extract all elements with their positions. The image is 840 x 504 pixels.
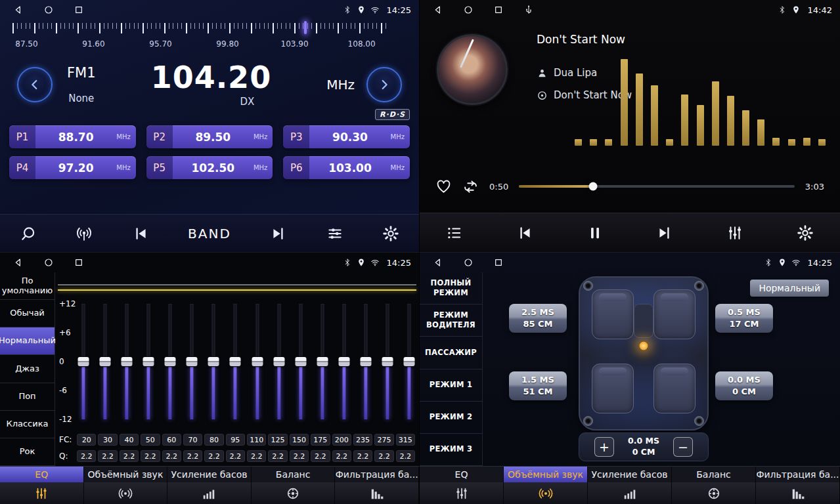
repeat-icon[interactable] — [462, 178, 479, 195]
filter-icon[interactable] — [756, 482, 840, 504]
nav-recents-icon[interactable] — [74, 5, 84, 15]
previous-icon[interactable] — [132, 225, 149, 242]
preset-P3[interactable]: P3 90.30 MHz — [283, 125, 410, 148]
eq-band-slider[interactable] — [77, 304, 89, 419]
eq-preset-item[interactable]: Рок — [0, 438, 55, 466]
slider-handle[interactable] — [403, 357, 414, 366]
delay-increase-button[interactable]: + — [594, 437, 614, 457]
slider-handle[interactable] — [382, 357, 393, 366]
slider-handle[interactable] — [122, 357, 133, 366]
slider-handle[interactable] — [230, 357, 241, 366]
delay-front-right[interactable]: 0.5 MS 17 CM — [715, 304, 773, 333]
slider-handle[interactable] — [295, 357, 306, 366]
eq-sliders-icon[interactable] — [0, 482, 84, 504]
seat-front-right[interactable] — [653, 289, 696, 339]
nav-back-icon[interactable] — [13, 5, 24, 15]
tune-down-button[interactable] — [17, 67, 53, 102]
listening-mode-item[interactable]: ПОЛНЫЙ РЕЖИМ — [420, 272, 482, 304]
eq-band-slider[interactable] — [403, 304, 415, 419]
nav-back-icon[interactable] — [433, 5, 443, 15]
listening-mode-item[interactable]: РЕЖИМ 3 — [420, 434, 482, 466]
eq-band-slider[interactable] — [121, 304, 133, 419]
eq-sliders-icon[interactable] — [420, 482, 504, 504]
nav-home-icon[interactable] — [463, 5, 474, 15]
preset-P6[interactable]: P6 103.00 MHz — [283, 156, 410, 179]
eq-sliders-icon[interactable] — [726, 224, 743, 242]
slider-handle[interactable] — [360, 357, 371, 366]
filter-icon[interactable] — [335, 482, 419, 504]
eq-band-slider[interactable] — [143, 304, 154, 419]
eq-band-slider[interactable] — [273, 304, 285, 419]
tab-surround-sound[interactable]: Объёмный звук — [84, 467, 168, 482]
bass-boost-icon[interactable] — [588, 482, 672, 504]
playlist-icon[interactable] — [446, 224, 463, 242]
preset-P4[interactable]: P4 97.20 MHz — [9, 156, 136, 179]
surround-sound-icon[interactable] — [84, 482, 168, 504]
listening-mode-item[interactable]: РЕЖИМ ВОДИТЕЛЯ — [420, 304, 482, 337]
delay-front-left[interactable]: 2.5 MS 85 CM — [509, 304, 567, 333]
eq-preset-item[interactable]: По умолчанию — [0, 272, 55, 300]
eq-band-slider[interactable] — [99, 304, 111, 419]
tab-balance[interactable]: Баланс — [252, 467, 336, 482]
balance-icon[interactable] — [252, 482, 336, 504]
surround-sound-icon[interactable] — [504, 482, 588, 504]
tuner-indicator[interactable] — [304, 21, 307, 34]
eq-band-slider[interactable] — [252, 304, 263, 419]
tune-up-button[interactable] — [366, 67, 402, 102]
bass-boost-icon[interactable] — [167, 482, 252, 504]
usb-icon[interactable] — [523, 5, 534, 15]
eq-band-slider[interactable] — [317, 304, 328, 419]
nav-recents-icon[interactable] — [74, 257, 84, 268]
listening-mode-item[interactable]: РЕЖИМ 2 — [420, 402, 482, 434]
delay-decrease-button[interactable]: − — [673, 437, 693, 457]
band-button[interactable]: BAND — [188, 226, 231, 242]
eq-band-slider[interactable] — [164, 304, 176, 419]
sound-preset-badge[interactable]: Нормальный — [750, 280, 829, 297]
slider-handle[interactable] — [317, 357, 328, 366]
slider-handle[interactable] — [273, 357, 284, 366]
listening-position-dot[interactable] — [640, 341, 648, 350]
tab-bass-boost[interactable]: Усиление басов — [167, 467, 252, 482]
nav-recents-icon[interactable] — [493, 5, 504, 15]
favorite-icon[interactable] — [435, 178, 452, 195]
next-icon[interactable] — [270, 225, 287, 242]
balance-icon[interactable] — [672, 482, 756, 504]
tab-surround-sound[interactable]: Объёмный звук — [504, 467, 588, 482]
nav-home-icon[interactable] — [463, 257, 474, 268]
slider-handle[interactable] — [143, 357, 154, 366]
nav-back-icon[interactable] — [13, 257, 24, 268]
listening-mode-item[interactable]: ПАССАЖИР — [420, 337, 482, 369]
eq-band-slider[interactable] — [208, 304, 219, 419]
scan-icon[interactable] — [20, 225, 37, 242]
eq-preset-item[interactable]: Поп — [0, 383, 55, 411]
tab-filter[interactable]: Фильтрация ба... — [756, 467, 840, 482]
settings-icon[interactable] — [797, 224, 814, 242]
slider-handle[interactable] — [100, 357, 111, 366]
eq-preset-item[interactable]: Классика — [0, 411, 55, 438]
delay-rear-right[interactable]: 0.0 MS 0 CM — [715, 371, 773, 400]
seat-front-left[interactable] — [592, 289, 634, 339]
preset-P1[interactable]: P1 88.70 MHz — [9, 125, 136, 148]
slider-handle[interactable] — [78, 357, 89, 366]
nav-back-icon[interactable] — [433, 257, 443, 268]
eq-band-slider[interactable] — [382, 304, 393, 419]
tab-eq-sliders[interactable]: EQ — [0, 467, 84, 482]
tab-balance[interactable]: Баланс — [672, 467, 756, 482]
seek-knob[interactable] — [589, 182, 598, 191]
slider-handle[interactable] — [252, 357, 263, 366]
slider-handle[interactable] — [338, 357, 349, 366]
broadcast-icon[interactable] — [76, 225, 93, 242]
nav-recents-icon[interactable] — [493, 257, 504, 268]
eq-band-slider[interactable] — [186, 304, 198, 419]
eq-preset-item[interactable]: Обычай — [0, 300, 55, 327]
seek-bar[interactable] — [519, 185, 795, 188]
tab-eq-sliders[interactable]: EQ — [420, 467, 504, 482]
delay-rear-left[interactable]: 1.5 MS 51 CM — [509, 371, 567, 400]
audio-settings-icon[interactable] — [326, 225, 343, 242]
settings-icon[interactable] — [382, 225, 399, 242]
pause-icon[interactable] — [586, 224, 604, 242]
seat-rear-right[interactable] — [653, 364, 696, 413]
slider-handle[interactable] — [187, 357, 198, 366]
eq-preset-item[interactable]: Джаз — [0, 355, 55, 383]
next-icon[interactable] — [656, 224, 673, 242]
